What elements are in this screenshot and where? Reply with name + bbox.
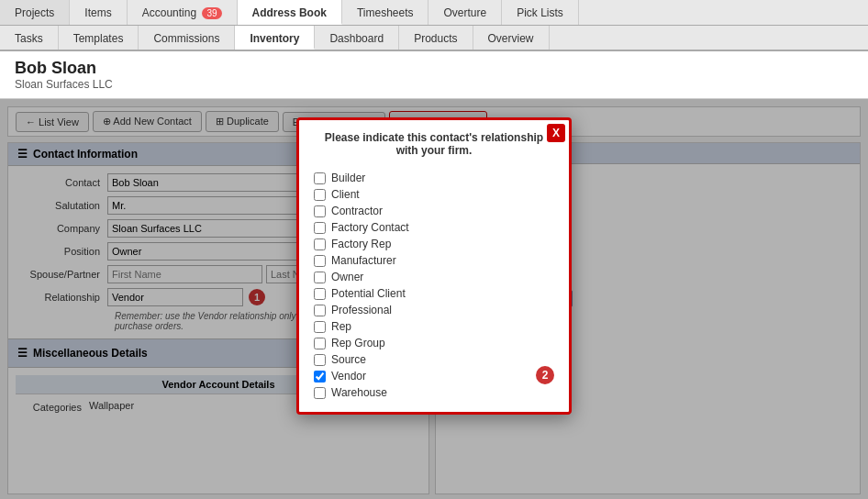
relationship-checkbox-owner[interactable]	[314, 272, 326, 283]
page-title: Bob Sloan	[15, 59, 853, 78]
tab-products[interactable]: Products	[399, 26, 473, 50]
tab-pick-lists[interactable]: Pick Lists	[502, 0, 579, 25]
checkbox-label: Rep	[331, 320, 351, 333]
checkbox-label: Warehouse	[331, 386, 387, 399]
relationship-checkbox-vendor[interactable]	[314, 371, 326, 383]
checkbox-item: Professional	[314, 302, 554, 318]
tab-tasks[interactable]: Tasks	[0, 26, 59, 50]
relationship-checkbox-factory-contact[interactable]	[314, 222, 326, 234]
checkbox-label: Factory Rep	[331, 238, 391, 250]
relationship-checkbox-contractor[interactable]	[314, 205, 326, 217]
checkbox-item: Vendor	[314, 368, 554, 384]
badge-2: 2	[536, 366, 554, 384]
nav-bottom: Tasks Templates Commissions Inventory Da…	[0, 26, 868, 51]
checkbox-label: Source	[331, 353, 366, 366]
content-area: ← List View ⊕ Add New Contact ⊞ Duplicat…	[0, 99, 868, 499]
checkbox-item: Builder	[314, 170, 554, 186]
nav-top: Projects Items Accounting 39 Address Boo…	[0, 0, 868, 26]
checkbox-item: Warehouse	[314, 384, 554, 401]
checkbox-label: Owner	[331, 271, 363, 283]
checkbox-label: Professional	[331, 304, 392, 316]
tab-overview[interactable]: Overview	[473, 26, 550, 50]
modal-overlay: X Please indicate this contact's relatio…	[0, 99, 868, 499]
checkbox-item: Rep Group	[314, 335, 554, 351]
modal-body: BuilderClientContractorFactory ContactFa…	[299, 164, 569, 412]
tab-projects[interactable]: Projects	[0, 0, 70, 25]
checkbox-item: Client	[314, 186, 554, 203]
checkbox-label: Client	[331, 188, 360, 201]
tab-timesheets[interactable]: Timesheets	[342, 0, 429, 25]
relationship-checkbox-professional[interactable]	[314, 305, 326, 316]
relationship-checkbox-rep[interactable]	[314, 321, 326, 333]
checkbox-item: Rep	[314, 318, 554, 335]
checkbox-label: Potential Client	[331, 287, 406, 300]
tab-accounting[interactable]: Accounting 39	[128, 0, 238, 25]
checkbox-label: Vendor	[331, 370, 366, 383]
checkbox-label: Rep Group	[331, 337, 385, 349]
checkbox-item: Factory Contact	[314, 219, 554, 236]
checkbox-label: Contractor	[331, 205, 383, 217]
checkbox-item: Potential Client	[314, 285, 554, 302]
relationship-checkbox-source[interactable]	[314, 354, 326, 366]
page-header: Bob Sloan Sloan Surfaces LLC	[0, 51, 868, 99]
checkbox-label: Builder	[331, 172, 365, 184]
checkbox-label: Factory Contact	[331, 221, 409, 234]
tab-inventory[interactable]: Inventory	[235, 26, 315, 50]
relationship-checkbox-list: BuilderClientContractorFactory ContactFa…	[314, 170, 554, 401]
checkbox-item: Owner	[314, 269, 554, 285]
relationship-checkbox-factory-rep[interactable]	[314, 238, 326, 250]
modal-close-button[interactable]: X	[547, 124, 565, 142]
relationship-modal: X Please indicate this contact's relatio…	[296, 117, 572, 415]
modal-title: Please indicate this contact's relations…	[299, 120, 569, 164]
checkbox-item: Source	[314, 351, 554, 368]
relationship-checkbox-client[interactable]	[314, 189, 326, 201]
relationship-checkbox-manufacturer[interactable]	[314, 255, 326, 267]
tab-overture[interactable]: Overture	[428, 0, 502, 25]
checkbox-item: Factory Rep	[314, 236, 554, 252]
relationship-checkbox-builder[interactable]	[314, 172, 326, 184]
accounting-badge: 39	[202, 7, 221, 19]
relationship-checkbox-potential-client[interactable]	[314, 288, 326, 300]
company-subtitle: Sloan Surfaces LLC	[15, 78, 853, 91]
tab-templates[interactable]: Templates	[59, 26, 139, 50]
tab-items[interactable]: Items	[70, 0, 127, 25]
checkbox-item: Manufacturer	[314, 252, 554, 269]
relationship-checkbox-warehouse[interactable]	[314, 387, 326, 399]
tab-dashboard[interactable]: Dashboard	[315, 26, 399, 50]
checkbox-label: Manufacturer	[331, 254, 396, 267]
tab-address-book[interactable]: Address Book	[238, 0, 342, 25]
checkbox-item: Contractor	[314, 203, 554, 219]
tab-commissions[interactable]: Commissions	[139, 26, 235, 50]
relationship-checkbox-rep-group[interactable]	[314, 338, 326, 349]
